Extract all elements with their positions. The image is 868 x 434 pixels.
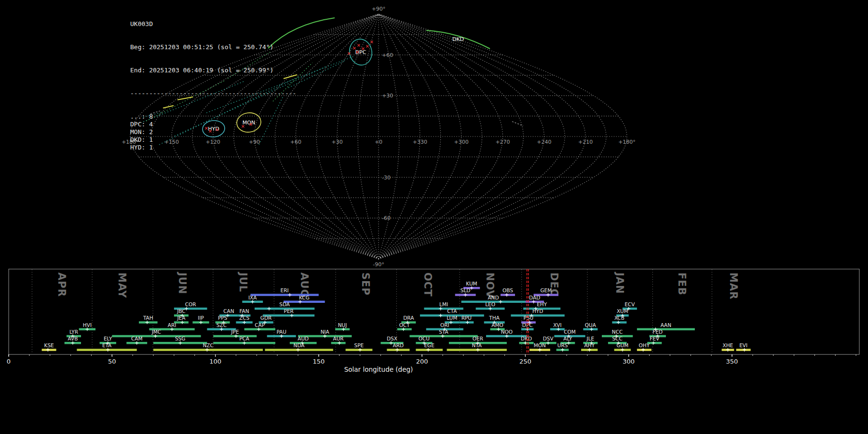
shower-label-dkd: DKD <box>521 336 532 341</box>
shower-peak-marker-ohy <box>641 348 645 352</box>
shower-peak-marker-spe <box>358 348 362 352</box>
shower-label-leo: LEO <box>485 301 495 307</box>
shower-label-aan: AAN <box>661 322 672 328</box>
shower-peak-marker-zcs <box>243 321 246 324</box>
shower-label-tah: TAH <box>143 315 153 321</box>
shower-label-cor: COR <box>185 301 196 307</box>
x-axis: 050100150200250300350 <box>7 354 856 365</box>
shower-peak-marker-tah <box>146 321 149 324</box>
lat-label: -90° <box>373 261 384 268</box>
shower-label-and: AND <box>488 295 499 300</box>
shower-peak-marker-eta <box>106 348 109 352</box>
shower-label-aud: AUD <box>298 336 309 341</box>
shower-peak-marker-ixa <box>251 300 254 303</box>
shower-label-kum: KUM <box>466 281 477 286</box>
x-tick-label: 300 <box>623 358 635 365</box>
shower-label-nzc: NZC <box>203 342 213 348</box>
shower-peak-marker-xvi <box>557 327 560 331</box>
shower-peak-marker-nta <box>476 348 479 352</box>
shower-peak-marker-jea <box>181 321 184 324</box>
shower-label-dra: DRA <box>403 315 414 321</box>
shower-label-ari: ARI <box>168 322 176 328</box>
shower-label-obs: OBS <box>502 287 513 293</box>
shower-label-oct: OCT <box>399 322 410 328</box>
shower-label-szc: SZC <box>217 322 227 328</box>
shower-label-mon: MON <box>534 342 546 348</box>
shower-label-ehy: EHY <box>537 301 547 307</box>
shower-label-ixa: IXA <box>248 295 257 300</box>
lat-label: +90° <box>372 6 386 12</box>
x-axis-title: Solar longitude (deg) <box>344 366 413 373</box>
shower-label-qua: QUA <box>585 322 597 328</box>
shower-label-ocu: OCU <box>419 336 430 341</box>
x-tick-label: 50 <box>108 358 116 365</box>
shower-peak-marker-ahy <box>588 348 591 352</box>
meteor-mark <box>366 45 369 48</box>
shower-peak-marker-szc <box>220 327 223 331</box>
shower-peak-marker-rpu <box>466 321 469 324</box>
shower-label-ecv: ECV <box>624 301 635 307</box>
x-tick-label: 350 <box>726 358 738 365</box>
shower-label-per: PER <box>284 308 294 314</box>
shower-peak-marker-ard <box>395 348 399 352</box>
lon-label: +210 <box>578 139 593 145</box>
shower-peak-marker-mon <box>538 348 542 352</box>
shower-label-eta: ETA <box>102 342 112 348</box>
meteor-mark <box>353 47 356 50</box>
lon-label: +240 <box>537 139 551 145</box>
count-hyd: HYD: 1 <box>130 144 296 151</box>
meteor-mark <box>371 41 373 43</box>
month-label-may: MAY <box>116 272 128 298</box>
shower-peak-marker-sld <box>464 293 467 297</box>
shower-peak-marker-leo <box>488 307 492 311</box>
shower-label-jea: JEA <box>176 315 186 321</box>
month-label-apr: APR <box>56 272 68 297</box>
shower-label-xhe: XHE <box>723 342 733 348</box>
meteor-trail <box>288 61 345 88</box>
shower-peak-marker-dsx <box>389 341 393 345</box>
shower-peak-marker-lum <box>449 321 453 324</box>
shower-label-aur: AUR <box>333 336 344 341</box>
shower-label-jmc: JMC <box>151 329 162 335</box>
shower-label-nia: NIA <box>321 329 330 335</box>
month-label-jul: JUL <box>237 271 249 292</box>
x-tick-label: 0 <box>7 358 11 365</box>
shower-label-com: COM <box>564 329 576 335</box>
month-label-mar: MAR <box>728 272 739 299</box>
lat-label: -60 <box>382 215 391 221</box>
x-tick-label: 100 <box>209 358 221 365</box>
shower-peak-marker-oct <box>402 327 405 331</box>
lat-label: +60 <box>382 52 393 58</box>
meteor-trail <box>512 122 523 126</box>
shower-peak-marker-hvi <box>85 327 89 331</box>
month-label-oct: OCT <box>422 272 434 297</box>
lon-label: +300 <box>454 139 469 145</box>
shower-label-noo: NOO <box>501 329 513 335</box>
shower-label-dsv: DSV <box>543 336 554 341</box>
shower-peak-marker-ssg <box>178 341 182 345</box>
shower-label-lum: LUM <box>447 315 457 321</box>
shower-label-kcg: KCG <box>299 295 310 300</box>
shower-label-rpu: RPU <box>461 315 472 321</box>
shower-label-tha: THA <box>488 315 500 321</box>
shower-peak-marker-nuj <box>342 327 345 331</box>
shower-label-urs: URS <box>557 342 568 348</box>
shower-peak-marker-xcb <box>617 321 620 324</box>
shower-label-zcs: ZCS <box>239 315 250 321</box>
shower-label-aly: ALY <box>563 336 572 341</box>
count-mon: MON: 2 <box>130 128 296 136</box>
shower-bar-aan <box>637 328 695 331</box>
count-dkd: DKD: 1 <box>130 136 296 144</box>
shower-label-hyd: HYD <box>532 308 543 314</box>
month-label-sep: SEP <box>360 272 371 296</box>
shower-peak-marker-and <box>499 300 502 303</box>
shower-label-sta: STA <box>439 329 448 335</box>
shower-peak-marker-dsv <box>546 341 550 345</box>
lon-label: +180° <box>618 139 636 145</box>
lon-label: +330 <box>413 139 427 145</box>
meteor-radiant-app: +90°+60+30-30-60-90°+180°+150+120+90+60+… <box>0 0 868 434</box>
shower-label-sda: SDA <box>279 301 290 307</box>
shower-peak-marker-jpe <box>234 334 238 338</box>
shower-label-jbc: JBC <box>176 308 185 314</box>
shower-peak-marker-fev <box>652 341 655 345</box>
